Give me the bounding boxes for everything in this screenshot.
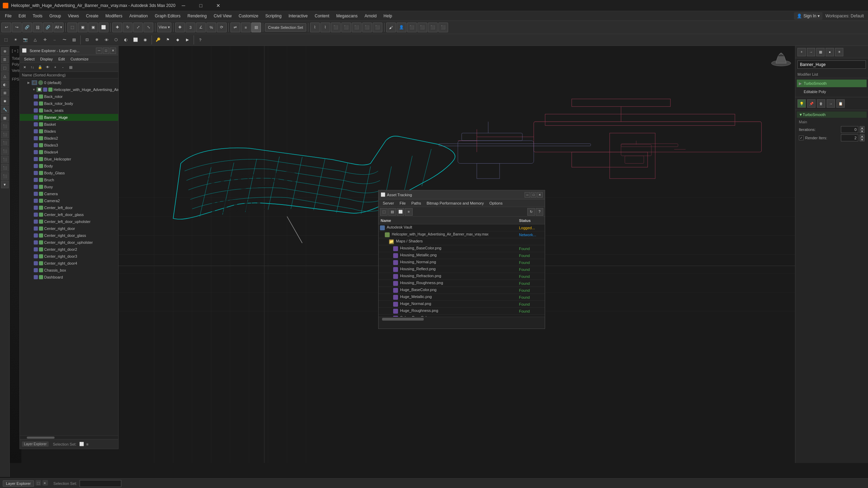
- at-content[interactable]: Name Status Autodesk Vault Logged... Hel…: [379, 217, 545, 317]
- at-maximize-btn[interactable]: □: [531, 192, 536, 198]
- select-invert-button[interactable]: ⬜: [99, 23, 108, 32]
- ts-render-checkbox[interactable]: [799, 135, 804, 140]
- rp-sun-btn[interactable]: ☀: [835, 48, 843, 56]
- ts-iter-down[interactable]: ▼: [860, 130, 865, 133]
- lt-btn-8[interactable]: 🔧: [1, 106, 9, 113]
- tree-item-center-right-door[interactable]: Center_right_door: [20, 225, 118, 232]
- material-editor[interactable]: ⬛: [341, 23, 351, 32]
- curve-editor[interactable]: ⌇: [321, 23, 330, 32]
- scale-button[interactable]: ⤢: [133, 23, 143, 32]
- render-frame[interactable]: ⬛: [362, 23, 372, 32]
- toggle-curve-editor[interactable]: ⌇: [310, 23, 320, 32]
- obj-paint[interactable]: 🖌: [386, 23, 396, 32]
- menu-tools[interactable]: Tools: [29, 12, 46, 20]
- tree-item-center-left-door[interactable]: Center_left_door: [20, 204, 118, 211]
- timeline-btn[interactable]: ▶: [183, 35, 192, 44]
- tree-item-blades3[interactable]: Blades3: [20, 142, 118, 149]
- menu-animation[interactable]: Animation: [126, 12, 151, 20]
- ts-header[interactable]: ▼ TurboSmooth: [797, 111, 867, 118]
- tree-item-center-right-door3[interactable]: Center_right_door3: [20, 253, 118, 260]
- at-row-map1[interactable]: Housing_Metallic.png Found: [379, 252, 545, 259]
- layer-explorer-bottom-btn[interactable]: Layer Explorer: [3, 480, 34, 487]
- link-button[interactable]: 🔗: [22, 23, 32, 32]
- rp-arrow2-icon[interactable]: →: [827, 99, 835, 108]
- tree-item-back-rotor-body[interactable]: Back_rotor_body: [20, 100, 118, 107]
- unlink-button[interactable]: ⛓: [33, 23, 42, 32]
- select-region-button[interactable]: ▣: [78, 23, 88, 32]
- tree-item-camera[interactable]: Camera: [20, 190, 118, 197]
- rp-arrow-btn[interactable]: →: [807, 48, 815, 56]
- snap-spinner[interactable]: ⟳: [217, 23, 227, 32]
- menu-content[interactable]: Content: [311, 12, 333, 20]
- freeze-btn[interactable]: ❄: [92, 35, 101, 44]
- spacewarp-btn[interactable]: 〜: [60, 35, 69, 44]
- light-btn[interactable]: ☀: [11, 35, 20, 44]
- at-tb-btn1[interactable]: ⬚: [380, 208, 388, 216]
- se-close-btn[interactable]: ✕: [110, 48, 116, 54]
- tree-item-camera2[interactable]: Camera2: [20, 197, 118, 204]
- maximize-button[interactable]: □: [193, 0, 209, 11]
- ts-render-iters-input[interactable]: [841, 134, 858, 141]
- ts-ri-down[interactable]: ▼: [860, 138, 865, 141]
- se-tb-filter[interactable]: ▤: [67, 64, 74, 71]
- rp-sphere-btn[interactable]: ●: [826, 48, 834, 56]
- rp-pin-icon[interactable]: 📌: [807, 99, 816, 108]
- wire-btn[interactable]: ⬡: [112, 35, 121, 44]
- tree-item-blue-heli[interactable]: Blue_Helicopter: [20, 156, 118, 163]
- at-horizontal-scrollbar[interactable]: [379, 317, 545, 321]
- lt-btn-15[interactable]: ⬛: [1, 164, 9, 172]
- camera-btn[interactable]: 📷: [21, 35, 30, 44]
- ts-ri-up[interactable]: ▲: [860, 134, 865, 138]
- menu-civil-view[interactable]: Civil View: [210, 12, 235, 20]
- at-row-map9[interactable]: Huge_Roughness.png Found: [379, 308, 545, 315]
- shaded-btn[interactable]: ◐: [121, 35, 130, 44]
- lt-btn-7[interactable]: ✱: [1, 97, 9, 105]
- layer-button[interactable]: ▤: [251, 23, 261, 32]
- workspaces-value[interactable]: Default: [851, 14, 864, 18]
- tree-item-bruch[interactable]: Bruch: [20, 176, 118, 183]
- at-menu-file[interactable]: File: [397, 200, 408, 206]
- lt-btn-2[interactable]: ☰: [1, 56, 9, 63]
- schematic[interactable]: ⬛: [331, 23, 341, 32]
- geo-btn[interactable]: △: [31, 35, 40, 44]
- lt-btn-11[interactable]: ⬛: [1, 131, 9, 138]
- rp-bulb-icon[interactable]: 💡: [797, 99, 806, 108]
- se-menu-display[interactable]: Display: [38, 56, 56, 62]
- at-minimize-btn[interactable]: ─: [525, 192, 530, 198]
- keyframe-btn[interactable]: ◆: [173, 35, 182, 44]
- particle-btn[interactable]: ··: [50, 35, 59, 44]
- at-menu-server[interactable]: Server: [380, 200, 397, 206]
- at-row-map5[interactable]: Housing_Roughness.png Found: [379, 280, 545, 287]
- tree-item-body-glass[interactable]: Body_Glass: [20, 169, 118, 176]
- tree-item-center-right-door-uph[interactable]: Center_right_door_upholster: [20, 239, 118, 246]
- snap-percent[interactable]: %: [206, 23, 216, 32]
- se-maximize-btn[interactable]: □: [103, 48, 109, 54]
- move-button[interactable]: ✚: [112, 23, 122, 32]
- rp-create-btn[interactable]: +: [797, 48, 806, 56]
- at-tb-right2[interactable]: ?: [536, 208, 543, 216]
- at-tb-btn4[interactable]: ≡: [405, 208, 413, 216]
- tree-item-heli[interactable]: ▼ ⬜ Helicopter_with_Huge_Advertising_Air…: [20, 86, 118, 93]
- extra1[interactable]: ⬛: [407, 23, 417, 32]
- viewport-mode-button[interactable]: View ▾: [157, 23, 171, 32]
- helper-btn[interactable]: ✛: [40, 35, 49, 44]
- menu-group[interactable]: Group: [46, 12, 64, 20]
- at-row-map7[interactable]: Huge_Metallic.png Found: [379, 294, 545, 301]
- tree-item-dashboard[interactable]: Dashboard: [20, 274, 118, 281]
- menu-megascans[interactable]: Megascans: [333, 12, 361, 20]
- menu-create[interactable]: Create: [82, 12, 102, 20]
- tree-item-blades[interactable]: Blades: [20, 128, 118, 135]
- rp-trash-icon[interactable]: 🗑: [817, 99, 825, 108]
- menu-customize[interactable]: Customize: [235, 12, 262, 20]
- menu-arnold[interactable]: Arnold: [361, 12, 380, 20]
- at-row-vault[interactable]: Autodesk Vault Logged...: [379, 224, 545, 231]
- lt-btn-6[interactable]: ⊞: [1, 89, 9, 97]
- se-tb-close[interactable]: ✕: [21, 64, 28, 71]
- lt-btn-1[interactable]: ⊕: [1, 47, 9, 55]
- menu-file[interactable]: File: [1, 12, 15, 20]
- menu-help[interactable]: Help: [380, 12, 396, 20]
- layer-explorer-btn[interactable]: Layer Explorer: [22, 441, 49, 447]
- hide-btn[interactable]: 👁: [102, 35, 111, 44]
- transform-gizmo[interactable]: ⬚: [1, 35, 10, 44]
- se-icon-1[interactable]: ⬜: [79, 442, 84, 446]
